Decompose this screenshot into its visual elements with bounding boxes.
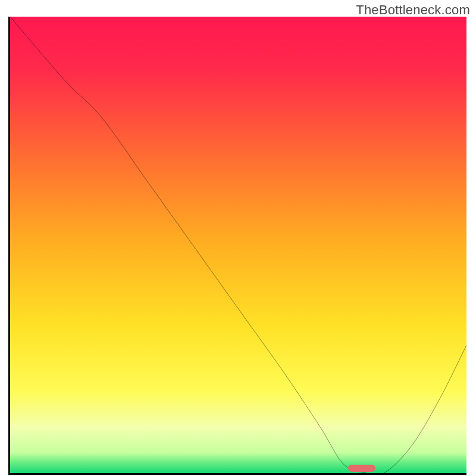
chart-plot-area [8, 17, 466, 475]
optimal-range-marker [348, 465, 375, 472]
chart-curve [10, 17, 466, 473]
watermark-text: TheBottleneck.com [356, 2, 470, 18]
